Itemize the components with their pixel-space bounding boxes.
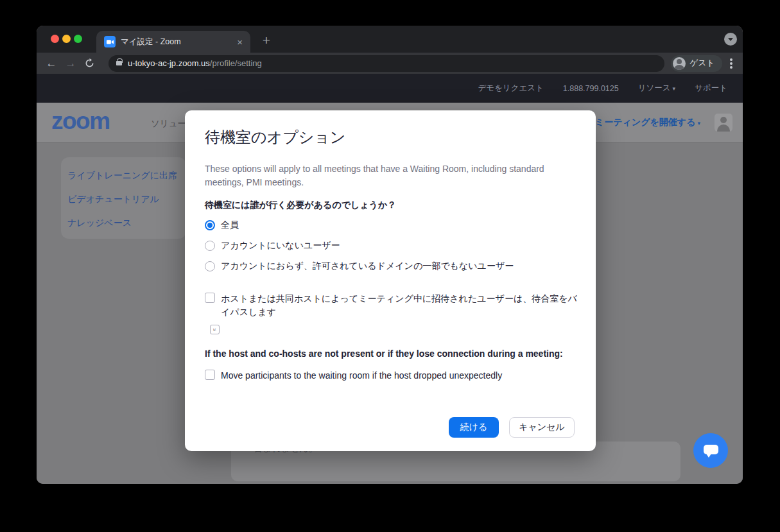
radio-selected-icon[interactable] [205, 220, 215, 230]
dialog-description: These options will apply to all meetings… [205, 162, 551, 189]
move-participants-checkbox-row[interactable]: Move participants to the waiting room if… [205, 369, 580, 382]
chat-support-button[interactable] [693, 433, 728, 468]
radio-label: アカウントにいないユーザー [221, 240, 340, 252]
back-button[interactable]: ← [42, 57, 61, 70]
zoom-favicon-icon [104, 36, 116, 47]
resources-menu[interactable]: リソース▾ [638, 83, 675, 94]
bypass-waiting-room-checkbox-row[interactable]: ホストまたは共同ホストによってミーティング中に招待されたユーザーは、待合室をバイ… [205, 292, 580, 319]
browser-toolbar: ← → u-tokyo-ac-jp.zoom.us/profile/settin… [37, 53, 743, 74]
url-host: u-tokyo-ac-jp.zoom.us [128, 58, 210, 68]
sidebar-link-video-tutorials[interactable]: ビデオチュートリアル [67, 194, 159, 205]
sidebar-card: ライブトレーニングに出席 ビデオチュートリアル ナレッジベース [61, 157, 186, 239]
account-avatar[interactable] [715, 114, 732, 132]
browser-tab[interactable]: マイ設定 - Zoom × [96, 31, 250, 53]
tab-strip: マイ設定 - Zoom × + [37, 26, 743, 53]
chat-bubble-icon [704, 445, 718, 454]
radio-option-everyone[interactable]: 全員 [205, 219, 239, 231]
zoom-logo[interactable]: zoom [51, 108, 110, 134]
waiting-room-options-dialog: 待機室のオプション These options will apply to al… [185, 110, 596, 451]
address-bar[interactable]: u-tokyo-ac-jp.zoom.us/profile/setting [108, 55, 664, 72]
phone-link[interactable]: 1.888.799.0125 [563, 84, 619, 93]
fullscreen-window-button[interactable] [74, 35, 82, 43]
profile-avatar-icon [673, 57, 686, 70]
close-tab-icon[interactable]: × [237, 37, 243, 47]
minimize-window-button[interactable] [62, 35, 71, 43]
radio-option-users-not-in-domain[interactable]: アカウントにおらず、許可されているドメインの一部でもないユーザー [205, 261, 514, 272]
reload-button[interactable] [80, 58, 100, 68]
checkbox-label: Move participants to the waiting room if… [221, 369, 580, 382]
checkbox-unchecked-icon[interactable] [205, 370, 215, 380]
radio-label: 全員 [221, 219, 239, 231]
dialog-title: 待機室のオプション [205, 127, 345, 148]
chevron-down-icon: ▾ [697, 120, 700, 126]
lock-icon[interactable] [116, 61, 122, 65]
resources-label: リソース [638, 83, 671, 92]
header-right: ミーティングを開催する▾ [595, 103, 732, 142]
new-tab-button[interactable]: + [257, 31, 275, 49]
checkbox-unchecked-icon[interactable] [205, 293, 215, 303]
tab-search-button[interactable] [724, 33, 737, 46]
browser-menu-button[interactable] [730, 62, 732, 65]
sidebar-link-knowledge-base[interactable]: ナレッジベース [67, 218, 132, 229]
sidebar-link-live-training[interactable]: ライブトレーニングに出席 [67, 170, 177, 182]
host-absent-heading: If the host and co-hosts are not present… [205, 348, 563, 359]
host-meeting-menu[interactable]: ミーティングを開催する▾ [595, 117, 700, 128]
radio-unselected-icon[interactable] [205, 261, 215, 271]
broken-image-icon: v. [210, 325, 220, 334]
chevron-down-icon: ▾ [673, 85, 676, 92]
profile-label: ゲスト [690, 58, 715, 69]
profile-button[interactable]: ゲスト [671, 55, 722, 72]
support-link[interactable]: サポート [695, 83, 727, 94]
checkbox-label: ホストまたは共同ホストによってミーティング中に招待されたユーザーは、待合室をバイ… [221, 292, 580, 319]
continue-button[interactable]: 続ける [449, 417, 499, 438]
url-text: u-tokyo-ac-jp.zoom.us/profile/setting [128, 58, 262, 68]
request-demo-link[interactable]: デモをリクエスト [478, 83, 543, 94]
chevron-down-icon [728, 38, 733, 41]
site-topbar: デモをリクエスト 1.888.799.0125 リソース▾ サポート [37, 74, 743, 103]
radio-unselected-icon[interactable] [205, 241, 215, 251]
forward-button: → [61, 57, 80, 70]
close-window-button[interactable] [51, 35, 59, 43]
tab-title: マイ設定 - Zoom [121, 37, 232, 47]
waiting-room-question: 待機室には誰が行く必要があるのでしょうか？ [205, 200, 396, 211]
radio-label: アカウントにおらず、許可されているドメインの一部でもないユーザー [221, 261, 514, 272]
cancel-button[interactable]: キャンセル [509, 417, 575, 438]
radio-option-users-not-in-account[interactable]: アカウントにいないユーザー [205, 240, 340, 252]
host-meeting-label: ミーティングを開催する [595, 117, 696, 127]
browser-window: マイ設定 - Zoom × + ← → u-tokyo-ac-jp.zoom.u… [37, 26, 743, 484]
url-path: /profile/setting [210, 58, 262, 68]
